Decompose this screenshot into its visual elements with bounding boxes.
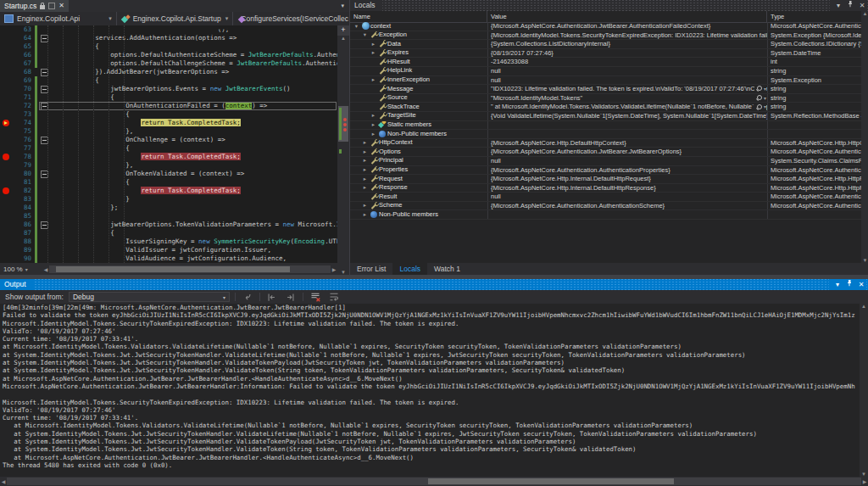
locals-row[interactable]: ResultnullMicrosoft.AspNetCore.Authentic…	[350, 193, 861, 202]
code-editor[interactable]: 63 ();64 services.AddAuthentication(opti…	[0, 25, 337, 263]
tab-locals[interactable]: Locals	[392, 263, 427, 275]
locals-row[interactable]: ▸InnerExceptionnullSystem.Exception	[350, 76, 861, 86]
expander-icon[interactable]: ▾	[353, 22, 360, 31]
locals-row[interactable]: ▾context{Microsoft.AspNetCore.Authentica…	[350, 22, 861, 31]
breadcrumb-method-dropdown[interactable]: ConfigureServices(IServiceCollec ▾	[233, 12, 349, 25]
locals-row[interactable]: StackTrace" at Microsoft.IdentityModel.T…	[350, 103, 861, 112]
close-icon[interactable]: ✕	[58, 3, 64, 9]
locals-title-bar[interactable]: Locals ▾ ✕	[350, 0, 868, 11]
close-icon[interactable]: ✕	[857, 0, 867, 11]
scrollbar-thumb[interactable]	[428, 478, 674, 484]
expander-icon[interactable]: ▸	[361, 148, 369, 156]
editor-horizontal-scrollbar[interactable]	[49, 265, 331, 273]
expander-icon[interactable]: ▸	[361, 210, 369, 219]
output-log[interactable]: [40m[32minfo[39m[22m[49m: Microsoft.AspN…	[0, 304, 860, 477]
scroll-up-arrow[interactable]: ▲	[337, 36, 349, 41]
expander-icon[interactable]: ▸	[370, 121, 377, 130]
tab-error-list[interactable]: Error List	[350, 263, 392, 275]
chevron-down-icon[interactable]: ▾	[764, 103, 766, 111]
locals-row[interactable]: ▸Non-Public members	[350, 130, 861, 139]
expander-icon[interactable]: ▸	[370, 112, 377, 120]
breakpoint-margin[interactable]	[0, 254, 11, 263]
scroll-right-arrow[interactable]: ▶	[861, 478, 868, 484]
scrollbar-track[interactable]	[338, 44, 348, 266]
expander-icon[interactable]: ▸	[370, 49, 377, 58]
breakpoint-margin[interactable]	[0, 221, 11, 229]
column-header-type[interactable]: Type	[767, 11, 868, 22]
editor-vertical-scrollbar[interactable]: + ▲ ▼	[337, 25, 349, 275]
scroll-up-arrow[interactable]: ▲	[861, 11, 868, 16]
clear-all-icon[interactable]	[309, 291, 322, 303]
popout-icon[interactable]	[48, 3, 55, 9]
word-wrap-icon[interactable]	[327, 291, 341, 303]
locals-row[interactable]: ▸Expires{08/19/2017 07:27:46}System.Date…	[350, 49, 861, 59]
breakpoint-margin[interactable]	[0, 229, 11, 237]
locals-row[interactable]: ▸HttpContext{Microsoft.AspNetCore.Http.D…	[350, 139, 861, 148]
expander-icon[interactable]: ▸	[370, 76, 377, 85]
locals-row[interactable]: HelpLinknullstring	[350, 67, 861, 76]
breakpoint-margin[interactable]	[0, 85, 11, 93]
locals-row[interactable]: Source"Microsoft.IdentityModel.Tokens"▾s…	[350, 94, 861, 103]
locals-row[interactable]: ▸PrincipalnullSystem.Security.Claims.Cla…	[350, 157, 861, 166]
next-message-icon[interactable]	[284, 291, 298, 303]
scroll-up-arrow[interactable]: ▲	[860, 304, 868, 309]
breakpoint-margin[interactable]	[0, 153, 11, 161]
locals-row[interactable]: Message"IDX10223: Lifetime validation fa…	[350, 85, 861, 94]
chevron-down-icon[interactable]: ▾	[764, 85, 766, 93]
split-window-handle[interactable]: +	[337, 25, 349, 36]
expander-icon[interactable]: ▸	[370, 40, 377, 48]
editor-zoom-select[interactable]: 100 % ▾	[0, 264, 42, 274]
breakpoint-margin[interactable]	[0, 119, 11, 127]
magnifier-icon[interactable]	[756, 86, 763, 92]
locals-vertical-scrollbar[interactable]: ▲ ▼	[861, 11, 868, 263]
breakpoint-margin[interactable]	[0, 51, 11, 59]
locals-row[interactable]: ▾Exception{Microsoft.IdentityModel.Token…	[350, 31, 861, 41]
magnifier-icon[interactable]	[756, 95, 763, 102]
breakpoint-margin[interactable]	[0, 136, 11, 144]
find-message-icon[interactable]	[241, 291, 254, 303]
expander-icon[interactable]: ▸	[361, 184, 369, 193]
scroll-left-arrow[interactable]: ◀	[42, 266, 49, 272]
chevron-down-icon[interactable]: ▾	[764, 94, 766, 103]
locals-row[interactable]: ▸Request{Microsoft.AspNetCore.Http.Inter…	[350, 175, 861, 184]
scroll-left-arrow[interactable]: ◀	[0, 478, 7, 484]
breadcrumb-project-dropdown[interactable]: Enginex.Copilot.Api ▾	[0, 12, 117, 25]
breakpoint-margin[interactable]	[0, 42, 11, 51]
scroll-right-arrow[interactable]: ▶	[331, 266, 337, 272]
breakpoint-margin[interactable]	[0, 93, 11, 102]
pin-icon[interactable]	[845, 0, 855, 11]
previous-message-icon[interactable]	[265, 291, 279, 303]
expander-icon[interactable]: ▸	[361, 157, 369, 165]
breakpoint-margin[interactable]	[0, 161, 11, 170]
breakpoint-margin[interactable]	[0, 178, 11, 187]
expander-icon[interactable]: ▾	[361, 31, 369, 40]
value-preview-control[interactable]: ▾	[754, 94, 766, 103]
breakpoint-current-icon[interactable]	[3, 120, 9, 126]
locals-row[interactable]: ▸Scheme{Microsoft.AspNetCore.Authenticat…	[350, 202, 861, 211]
locals-row[interactable]: ▸Static members	[350, 121, 861, 131]
locals-row[interactable]: ▸Response{Microsoft.AspNetCore.Http.Inte…	[350, 184, 861, 193]
breakpoint-margin[interactable]	[0, 195, 11, 204]
value-preview-control[interactable]: ▾	[754, 103, 766, 111]
value-preview-control[interactable]: ▾	[754, 85, 766, 93]
scrollbar-thumb[interactable]	[56, 266, 290, 272]
magnifier-icon[interactable]	[756, 104, 763, 111]
scrollbar-track[interactable]	[7, 478, 861, 485]
locals-row[interactable]: ▸Data{System.Collections.ListDictionaryI…	[350, 40, 861, 49]
window-menu-icon[interactable]: ▾	[833, 0, 843, 11]
breakpoint-icon[interactable]	[3, 154, 9, 160]
breakpoint-margin[interactable]	[0, 246, 11, 254]
breakpoint-margin[interactable]	[0, 237, 11, 246]
output-horizontal-scrollbar[interactable]: ◀ ▶	[0, 477, 868, 486]
breakpoint-margin[interactable]	[0, 127, 11, 136]
breakpoint-margin[interactable]	[0, 76, 11, 85]
breakpoint-margin[interactable]	[0, 204, 11, 212]
locals-row[interactable]: HResult-2146233088int	[350, 58, 861, 67]
breakpoint-margin[interactable]	[0, 59, 11, 68]
breakpoint-margin[interactable]	[0, 110, 11, 119]
breakpoint-margin[interactable]	[0, 102, 11, 110]
output-title-bar[interactable]: Output ▾ ✕	[0, 279, 868, 290]
breakpoint-margin[interactable]	[0, 170, 11, 178]
breakpoint-margin[interactable]	[0, 212, 11, 221]
expander-icon[interactable]: ▸	[361, 139, 369, 148]
